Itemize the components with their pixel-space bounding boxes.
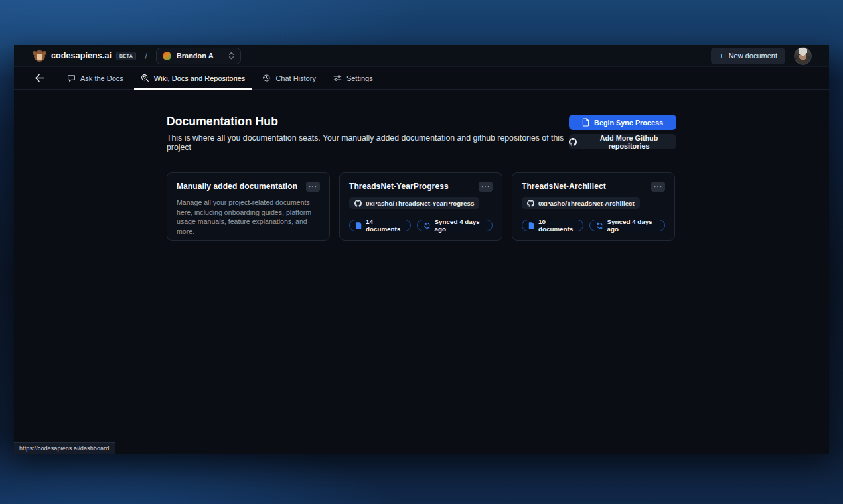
plus-icon: +: [719, 52, 724, 60]
page-header-text: Documentation Hub This is where all you …: [167, 115, 569, 152]
tab-settings[interactable]: Settings: [325, 67, 382, 89]
documents-count-badge: 14 documents: [349, 220, 411, 231]
add-github-label: Add More Github repositories: [581, 134, 676, 150]
project-switcher[interactable]: Brandon A: [156, 48, 241, 64]
card-title: ThreadsNet-Archillect: [522, 182, 606, 191]
card-title: ThreadsNet-YearProgress: [349, 182, 449, 191]
page-subtitle: This is where all you documentation seat…: [167, 133, 569, 152]
chat-bubble-icon: [67, 74, 76, 82]
more-options-icon[interactable]: ···: [306, 182, 320, 192]
github-icon: [354, 200, 362, 207]
begin-sync-process-button[interactable]: Begin Sync Process: [569, 115, 676, 130]
main-content: Documentation Hub This is where all you …: [14, 90, 829, 454]
github-icon: [569, 138, 577, 146]
file-icon: [528, 222, 534, 229]
synced-badge: Synced 4 days ago: [417, 220, 493, 231]
github-repo-badge[interactable]: 0xPasho/ThreadsNet-YearProgress: [349, 197, 479, 209]
synced-label: Synced 4 days ago: [435, 218, 486, 233]
card-threadsnet-yearprogress[interactable]: ThreadsNet-YearProgress ··· 0xPasho/Thre…: [339, 172, 502, 241]
tab-label: Ask the Docs: [80, 74, 123, 82]
page-title: Documentation Hub: [167, 115, 569, 129]
page-header: Documentation Hub This is where all you …: [167, 115, 676, 152]
documents-count-label: 10 documents: [538, 218, 577, 233]
card-manual-documentation[interactable]: Manually added documentation ··· Manage …: [167, 172, 330, 241]
beta-badge: BETA: [116, 52, 136, 60]
brand-monkey-logo-icon: [34, 50, 45, 62]
project-avatar: [163, 52, 171, 60]
sync-icon: [596, 222, 603, 229]
tab-wiki-docs-repositories[interactable]: Wiki, Docs and Repositories: [132, 67, 254, 89]
document-outline-icon: [582, 118, 589, 127]
repo-name: 0xPasho/ThreadsNet-YearProgress: [366, 200, 474, 207]
wiki-search-icon: [141, 74, 149, 82]
synced-label: Synced 4 days ago: [607, 218, 658, 233]
tab-label: Chat History: [275, 74, 316, 82]
card-description: Manage all your project-related document…: [177, 198, 320, 236]
brand-name: codesapiens.ai: [51, 51, 112, 60]
file-icon: [356, 222, 362, 229]
sync-icon: [423, 222, 431, 229]
tab-label: Wiki, Docs and Repositories: [154, 74, 246, 82]
new-document-button[interactable]: + New document: [711, 48, 785, 64]
tab-label: Settings: [346, 74, 373, 82]
link-preview-statusbar: https://codesapiens.ai/dashboard: [14, 442, 115, 454]
tab-chat-history[interactable]: Chat History: [254, 67, 325, 89]
project-name: Brandon A: [177, 52, 214, 60]
synced-badge: Synced 4 days ago: [589, 220, 665, 231]
add-github-repositories-button[interactable]: Add More Github repositories: [569, 134, 676, 149]
documents-count-badge: 10 documents: [522, 220, 583, 231]
repo-name: 0xPasho/ThreadsNet-Archillect: [538, 200, 635, 207]
page-actions: Begin Sync Process Add More Github repos…: [569, 115, 676, 149]
app-window: codesapiens.ai BETA / Brandon A + New do…: [14, 45, 829, 454]
history-icon: [262, 74, 271, 82]
chevron-up-down-icon: [228, 52, 234, 60]
user-avatar[interactable]: [794, 47, 812, 65]
card-threadsnet-archillect[interactable]: ThreadsNet-Archillect ··· 0xPasho/Thread…: [512, 172, 675, 241]
more-options-icon[interactable]: ···: [479, 182, 493, 192]
new-document-label: New document: [729, 52, 777, 60]
begin-sync-label: Begin Sync Process: [594, 119, 663, 127]
github-icon: [527, 200, 534, 207]
back-arrow-icon[interactable]: [31, 70, 48, 87]
tab-ask-the-docs[interactable]: Ask the Docs: [58, 67, 132, 89]
card-title: Manually added documentation: [177, 182, 297, 191]
breadcrumb-separator: /: [145, 51, 147, 61]
nav-tabs-bar: Ask the Docs Wiki, Docs and Repositories…: [14, 67, 829, 90]
sliders-icon: [333, 74, 342, 82]
more-options-icon[interactable]: ···: [651, 182, 665, 192]
github-repo-badge[interactable]: 0xPasho/ThreadsNet-Archillect: [522, 197, 640, 209]
titlebar: codesapiens.ai BETA / Brandon A + New do…: [14, 45, 829, 67]
cards-row: Manually added documentation ··· Manage …: [167, 172, 676, 241]
documents-count-label: 14 documents: [366, 218, 404, 233]
